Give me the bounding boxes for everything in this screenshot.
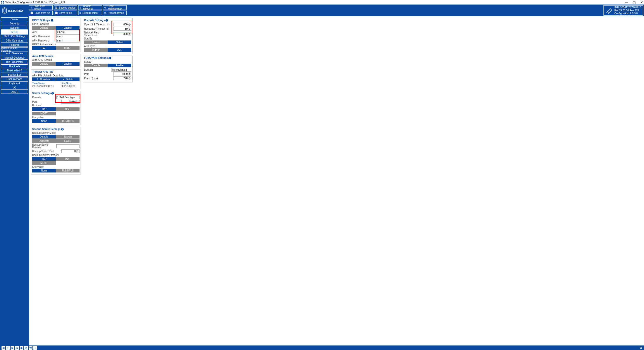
save-icon: 🖫: [55, 6, 57, 9]
encryption-label: Encryption: [32, 116, 80, 119]
tcpip-button[interactable]: TCP/IP: [84, 48, 108, 52]
sidebar-item-keyboard[interactable]: Keyboard: [1, 81, 28, 85]
info-icon[interactable]: i: [51, 92, 54, 95]
sidebar-item-io[interactable]: I/O: [1, 86, 28, 90]
apn-user-input[interactable]: [56, 34, 80, 38]
sidebar-item-auto-geofence[interactable]: Auto Geofence: [1, 52, 28, 55]
timestamp-label: TimeStamp: [32, 82, 54, 85]
filesize-value: 96225 bytes: [61, 85, 75, 88]
sidebar-item-status[interactable]: Status: [1, 17, 28, 21]
download-icon: ⇩: [36, 78, 39, 81]
olt-spinner[interactable]: ▲▼: [128, 23, 131, 26]
apn-input[interactable]: [56, 30, 80, 34]
info-footer-icon[interactable]: i: [33, 346, 37, 350]
youtube-icon[interactable]: ▶: [11, 346, 14, 350]
delete-button[interactable]: ✕Delete: [56, 77, 80, 81]
read-records-button[interactable]: ≡Read records: [78, 11, 102, 15]
sidebar-item-bluetooth[interactable]: Bluetooth: [1, 64, 28, 68]
sidebar-item-manual-geofence[interactable]: Manual Geofence: [1, 56, 28, 60]
fota-period-input[interactable]: [113, 76, 128, 80]
olt-input[interactable]: [113, 23, 128, 26]
backup-port-input[interactable]: [61, 149, 77, 153]
twitter-icon[interactable]: 𝕏: [15, 346, 19, 350]
udp-button[interactable]: UDP: [56, 107, 80, 111]
upload-icon: ⇧: [80, 6, 82, 9]
instagram-icon[interactable]: ◉: [20, 346, 23, 350]
sidebar-item-accelerometer[interactable]: Accelerometer Features: [1, 47, 28, 51]
mqtt-button[interactable]: MQTT: [32, 112, 56, 115]
oldest-button[interactable]: Oldest: [108, 40, 131, 44]
server-domain-input[interactable]: [56, 96, 80, 99]
chap-button[interactable]: CHAP: [56, 46, 80, 50]
fota-port-spinner[interactable]: ▲▼: [128, 72, 131, 76]
reset-config-button[interactable]: ↺Reset configuration: [103, 5, 127, 10]
fota-disable-button[interactable]: Disable: [84, 64, 108, 67]
backup-mqtt-button[interactable]: MQTT: [32, 161, 56, 165]
linkedin-icon[interactable]: in: [24, 346, 28, 350]
port-spinner[interactable]: ▲▼: [77, 100, 80, 104]
maximize-button[interactable]: ▢: [633, 1, 636, 4]
gprs-enable-button[interactable]: Enable: [56, 26, 80, 30]
avl-button[interactable]: AVL: [108, 48, 131, 52]
backup-duplicate-button[interactable]: Duplicate: [32, 139, 56, 143]
info-icon[interactable]: i: [51, 19, 53, 22]
gprs-settings-panel: GPRS Settingsi GPRS Context Disable Enab…: [31, 18, 81, 52]
load-from-file-button[interactable]: 📄Load from file: [29, 11, 53, 15]
delete-icon: ✕: [62, 78, 64, 81]
sidebar-item-obd2[interactable]: OBD II: [1, 90, 28, 94]
npt-input[interactable]: [113, 32, 128, 36]
autoapn-disable-button[interactable]: Disable: [32, 62, 56, 66]
sidebar-item-gprs[interactable]: GPRS: [1, 30, 28, 34]
fota-port-input[interactable]: [113, 72, 128, 76]
backup-tcp-button[interactable]: TCP: [32, 157, 56, 161]
info-icon[interactable]: i: [105, 19, 108, 22]
backup-backup-button[interactable]: Backup: [56, 135, 80, 139]
apn-pass-input[interactable]: [56, 39, 80, 42]
sidebar-item-trip-odometer[interactable]: Trip \ Odometer: [1, 60, 28, 64]
fota-period-spinner[interactable]: ▲▼: [128, 76, 131, 80]
npt-spinner[interactable]: ▲▼: [128, 32, 131, 36]
info-icon[interactable]: i: [61, 128, 64, 130]
backup-egts-button[interactable]: EGTS: [56, 139, 80, 143]
info-icon[interactable]: i: [108, 57, 111, 59]
backup-disable-button[interactable]: Disable: [32, 135, 56, 139]
update-firmware-button[interactable]: ⇧Update firmware: [78, 5, 102, 10]
footer-bar: ⊞ f ▶ 𝕏 ◉ in W i ⚙: [0, 345, 644, 350]
autoapn-enable-button[interactable]: Enable: [56, 62, 80, 66]
facebook-icon[interactable]: f: [6, 346, 10, 350]
backup-enc-none-button[interactable]: None: [32, 169, 56, 172]
header: TELTONIKA ⇩Load from device 🖫Save to dev…: [0, 5, 644, 16]
fota-enable-button[interactable]: Enable: [108, 64, 131, 67]
load-from-device-button[interactable]: ⇩Load from device: [29, 5, 53, 10]
reboot-device-button[interactable]: ⟳Reboot device: [103, 11, 127, 15]
save-to-file-button[interactable]: 📄Save to file: [54, 11, 77, 15]
sidebar-item-security[interactable]: Security: [1, 22, 28, 25]
gprs-disable-button[interactable]: Disable: [32, 26, 56, 30]
backup-enc-tls-button[interactable]: TLS/DTLS: [56, 169, 80, 172]
pap-button[interactable]: PAP: [32, 46, 56, 50]
backup-port-spinner[interactable]: ▲▼: [77, 149, 80, 153]
sidebar-item-gsm-operators[interactable]: GSM Operators: [1, 39, 28, 42]
social-grid-icon[interactable]: ⊞: [2, 346, 5, 350]
enc-none-button[interactable]: None: [32, 119, 56, 123]
settings-gear-icon[interactable]: ⚙: [639, 346, 642, 350]
rt-input[interactable]: [113, 27, 128, 31]
server-port-input[interactable]: [61, 100, 77, 104]
wiki-icon[interactable]: W: [29, 346, 32, 350]
sidebar-item-system[interactable]: System: [1, 26, 28, 30]
newest-button[interactable]: Newest: [84, 40, 108, 44]
sidebar-item-user-interface[interactable]: User Interface: [1, 77, 28, 81]
enc-tls-button[interactable]: TLS/DTLS: [56, 119, 80, 123]
close-button[interactable]: ✕: [640, 1, 643, 4]
save-to-device-button[interactable]: 🖫Save to device: [54, 5, 77, 10]
sidebar-item-bluetooth40[interactable]: Bluetooth 4.0: [1, 69, 28, 72]
minimize-button[interactable]: —: [625, 1, 628, 4]
tcp-button[interactable]: TCP: [32, 107, 56, 111]
sidebar-item-sms-call[interactable]: SMS \ Call Settings: [1, 34, 28, 38]
rt-spinner[interactable]: ▲▼: [128, 27, 131, 31]
download-button[interactable]: ⇩Download: [32, 77, 56, 81]
backup-domain-input[interactable]: [56, 144, 80, 148]
sidebar-item-beacon-list[interactable]: Beacon List: [1, 73, 28, 77]
backup-udp-button[interactable]: UDP: [56, 157, 80, 161]
fota-domain-input[interactable]: [111, 68, 131, 72]
